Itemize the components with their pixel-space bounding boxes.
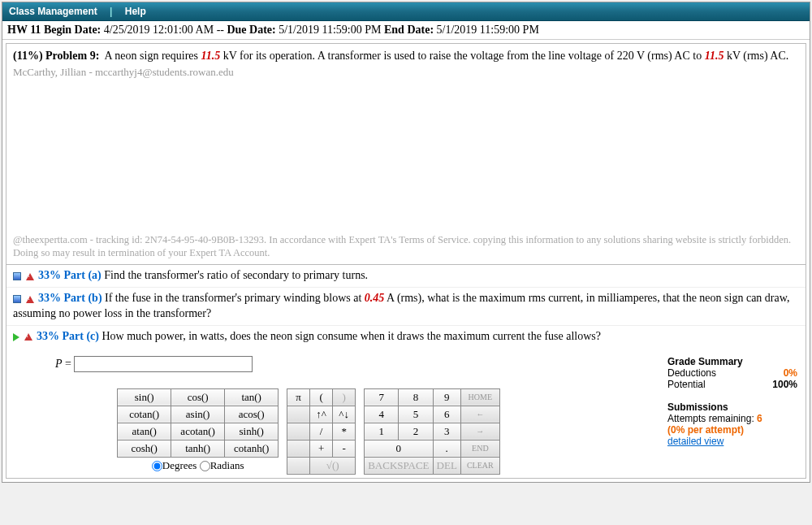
end-date: 5/1/2019 11:59:00 PM (437, 24, 539, 36)
begin-date: 4/25/2019 12:01:00 AM (104, 24, 214, 36)
symbol-keypad: π() ↑^^↓ /* +- √() (287, 388, 356, 475)
key-blank (287, 457, 310, 474)
key-tanh[interactable]: tanh() (171, 440, 225, 457)
key-cosh[interactable]: cosh() (118, 440, 171, 457)
key-clear[interactable]: CLEAR (460, 457, 499, 474)
key-cotan[interactable]: cotan() (118, 406, 171, 423)
key-atan[interactable]: atan() (118, 423, 171, 440)
active-icon (13, 333, 19, 341)
keypad: sin()cos()tan() cotan()asin()acos() atan… (0, 388, 667, 475)
key-minus[interactable]: - (333, 440, 356, 457)
grade-summary: Grade Summary Deductions0% Potential100%… (667, 356, 797, 447)
key-pi[interactable]: π (287, 388, 310, 406)
answer-input[interactable] (74, 356, 253, 372)
key-end[interactable]: END (460, 440, 499, 457)
student-info: McCarthy, Jillian - mccarthyj4@students.… (6, 66, 806, 82)
key-2[interactable]: 2 (399, 423, 433, 440)
grade-title: Grade Summary (667, 356, 743, 367)
key-dot[interactable]: . (433, 440, 460, 457)
assignment-bar: HW 11 Begin Date: 4/25/2019 12:01:00 AM … (2, 21, 810, 40)
potential-value: 100% (772, 379, 797, 390)
problem-weight: (11%) (13, 50, 43, 62)
key-9[interactable]: 9 (433, 388, 460, 406)
part-c-row[interactable]: 33% Part (c) How much power, in watts, d… (6, 325, 806, 348)
key-cotanh[interactable]: cotanh() (225, 440, 279, 457)
key-home[interactable]: HOME (460, 388, 499, 406)
key-sin[interactable]: sin() (118, 388, 171, 406)
key-power-down[interactable]: ^↓ (333, 406, 356, 423)
radio-radians[interactable] (200, 461, 210, 471)
key-blank (287, 406, 310, 423)
key-power-up[interactable]: ↑^ (310, 406, 333, 423)
part-b-row[interactable]: 33% Part (b) If the fuse in the transfor… (6, 287, 806, 325)
key-7[interactable]: 7 (365, 388, 399, 406)
menu-bar: Class Management | Help (2, 2, 810, 21)
problem-box: (11%) Problem 9: A neon sign requires 11… (6, 43, 806, 479)
key-right[interactable]: → (460, 423, 499, 440)
key-4[interactable]: 4 (365, 406, 399, 423)
key-0[interactable]: 0 (365, 440, 433, 457)
warning-icon (24, 333, 32, 341)
key-divide[interactable]: / (310, 423, 333, 440)
part-a-row[interactable]: 33% Part (a) Find the transformer's rati… (6, 265, 806, 287)
status-icon (13, 295, 21, 303)
radio-degrees[interactable] (152, 461, 162, 471)
status-icon (13, 272, 21, 280)
function-keypad: sin()cos()tan() cotan()asin()acos() atan… (117, 388, 279, 458)
key-8[interactable]: 8 (399, 388, 433, 406)
attempts-remaining: 6 (757, 413, 762, 424)
due-date: 5/1/2019 11:59:00 PM (279, 24, 381, 36)
key-backspace[interactable]: BACKSPACE (365, 457, 433, 474)
deductions-value: 0% (784, 367, 797, 379)
submissions-title: Submissions (667, 401, 728, 413)
key-left[interactable]: ← (460, 406, 499, 423)
hw-title: HW 11 (7, 24, 41, 36)
number-keypad: 789HOME 456← 123→ 0.END BACKSPACEDELCLEA… (364, 388, 500, 475)
menu-help[interactable]: Help (125, 6, 146, 17)
variable-label: P (55, 358, 63, 370)
value-voltage-2: 11.5 (705, 50, 724, 62)
date-sep: -- (217, 24, 224, 36)
problem-statement: (11%) Problem 9: A neon sign requires 11… (6, 44, 806, 66)
problem-label: Problem 9: (45, 50, 99, 62)
key-6[interactable]: 6 (433, 406, 460, 423)
answer-area: P = sin()cos()tan() cotan()asin()acos() … (6, 348, 806, 478)
key-tan[interactable]: tan() (225, 388, 279, 406)
per-attempt: (0% per attempt) (667, 424, 797, 436)
end-label: End Date: (384, 24, 434, 36)
key-acos[interactable]: acos() (225, 406, 279, 423)
key-multiply[interactable]: * (333, 423, 356, 440)
begin-label: Begin Date: (44, 24, 101, 36)
key-3[interactable]: 3 (433, 423, 460, 440)
key-lparen[interactable]: ( (310, 388, 333, 406)
mode-row: Degrees Radians (117, 458, 279, 472)
key-blank (287, 440, 310, 457)
value-fuse-current: 0.45 (365, 292, 385, 304)
tracking-notice: @theexpertta.com - tracking id: 2N74-54-… (6, 228, 806, 265)
key-acotan[interactable]: acotan() (171, 423, 225, 440)
warning-icon (26, 273, 34, 280)
key-5[interactable]: 5 (399, 406, 433, 423)
menu-divider: | (106, 6, 115, 17)
key-rparen[interactable]: ) (333, 388, 356, 406)
value-voltage-1: 11.5 (201, 50, 221, 62)
due-label: Due Date: (227, 24, 275, 36)
key-sqrt[interactable]: √() (310, 457, 356, 474)
menu-class-management[interactable]: Class Management (9, 6, 97, 17)
key-asin[interactable]: asin() (171, 406, 225, 423)
key-1[interactable]: 1 (365, 423, 399, 440)
warning-icon (26, 296, 34, 303)
key-cos[interactable]: cos() (171, 388, 225, 406)
detailed-view-link[interactable]: detailed view (667, 436, 723, 447)
key-blank (287, 423, 310, 440)
key-del[interactable]: DEL (433, 457, 460, 474)
key-sinh[interactable]: sinh() (225, 423, 279, 440)
key-plus[interactable]: + (310, 440, 333, 457)
